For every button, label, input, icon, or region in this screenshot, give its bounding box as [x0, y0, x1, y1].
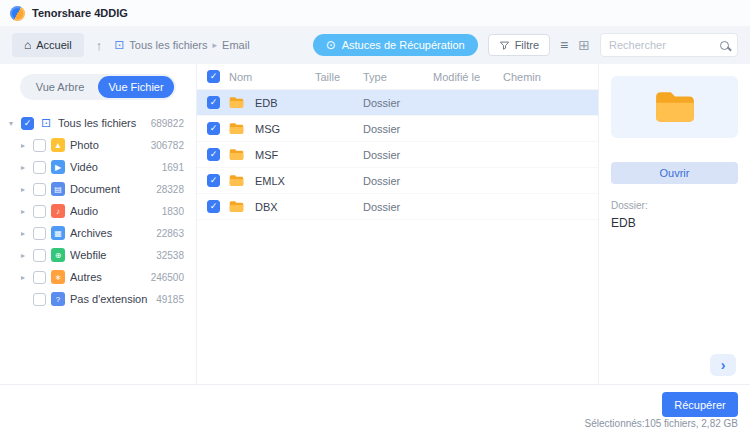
column-header-modified[interactable]: Modifié le [433, 71, 503, 83]
open-button[interactable]: Ouvrir [611, 162, 738, 184]
tab-tree-view[interactable]: Vue Arbre [22, 76, 98, 98]
search-icon[interactable] [720, 41, 729, 50]
search-input[interactable] [609, 39, 714, 51]
sidebar-item-webfile[interactable]: ▸ ⊕ Webfile 32538 [6, 244, 192, 266]
sidebar-item-archives[interactable]: ▸ ▦ Archives 22863 [6, 222, 192, 244]
toolbar: ⌂ Accueil ↑ ⊡ Tous les fichiers ▸ Email … [0, 26, 750, 64]
selection-summary: Sélectionnés:105 fichiers, 2,82 GB [585, 418, 738, 429]
sidebar-item-label: Autres [70, 271, 146, 283]
item-count: 246500 [151, 272, 192, 283]
row-checkbox[interactable] [207, 122, 220, 135]
folder-icon [229, 200, 255, 213]
document-checkbox[interactable] [33, 183, 46, 196]
item-count: 1691 [162, 162, 192, 173]
row-checkbox[interactable] [207, 174, 220, 187]
sidebar-item-photo[interactable]: ▸ ▲ Photo 306782 [6, 134, 192, 156]
sidebar-item-video[interactable]: ▸ ▶ Vidéo 1691 [6, 156, 192, 178]
sidebar-item-label: Pas d'extension [70, 293, 151, 305]
row-checkbox[interactable] [207, 200, 220, 213]
video-icon: ▶ [51, 160, 65, 174]
home-button[interactable]: ⌂ Accueil [12, 33, 84, 57]
preview-file-name: EDB [611, 216, 738, 230]
table-row[interactable]: MSF Dossier [197, 142, 598, 168]
sidebar-item-label: Webfile [70, 249, 151, 261]
archives-checkbox[interactable] [33, 227, 46, 240]
expand-icon[interactable]: ▸ [18, 141, 28, 150]
expand-icon[interactable]: ▸ [18, 163, 28, 172]
photo-icon: ▲ [51, 138, 65, 152]
filter-button[interactable]: Filtre [488, 34, 550, 56]
preview-panel: Ouvrir Dossier: EDB › [598, 64, 750, 384]
sidebar-item-label: Tous les fichiers [58, 117, 146, 129]
folder-icon [229, 96, 255, 109]
view-tabs: Vue Arbre Vue Fichier [20, 74, 176, 100]
file-name: DBX [255, 201, 315, 213]
expand-icon[interactable]: ▸ [18, 251, 28, 260]
expand-icon[interactable]: ▸ [18, 229, 28, 238]
up-arrow-button[interactable]: ↑ [94, 38, 105, 53]
sidebar-item-audio[interactable]: ▸ ♪ Audio 1830 [6, 200, 192, 222]
file-type: Dossier [363, 149, 433, 161]
file-type: Dossier [363, 123, 433, 135]
sidebar-item-all-files[interactable]: ▾ ⊡ Tous les fichiers 689822 [6, 112, 192, 134]
search-box[interactable] [600, 33, 738, 57]
file-name: EDB [255, 97, 315, 109]
home-icon: ⌂ [24, 38, 31, 52]
tips-icon: ⊙ [326, 39, 336, 51]
file-type: Dossier [363, 97, 433, 109]
document-icon: ▤ [51, 182, 65, 196]
breadcrumb-current[interactable]: Email [222, 39, 250, 51]
grid-view-icon[interactable]: ⊞ [578, 38, 590, 52]
item-count: 28328 [156, 184, 192, 195]
webfile-icon: ⊕ [51, 248, 65, 262]
autres-checkbox[interactable] [33, 271, 46, 284]
tips-label: Astuces de Récupération [342, 39, 465, 51]
audio-checkbox[interactable] [33, 205, 46, 218]
collapse-icon[interactable]: ▾ [6, 119, 16, 128]
table-row[interactable]: EDB Dossier [197, 90, 598, 116]
sidebar-item-document[interactable]: ▸ ▤ Document 28328 [6, 178, 192, 200]
item-count: 306782 [151, 140, 192, 151]
file-name: MSF [255, 149, 315, 161]
all-files-checkbox[interactable] [21, 117, 34, 130]
next-page-button[interactable]: › [710, 354, 736, 376]
filter-label: Filtre [515, 39, 539, 51]
archive-icon: ▦ [51, 226, 65, 240]
video-checkbox[interactable] [33, 161, 46, 174]
column-header-path[interactable]: Chemin [503, 71, 598, 83]
list-view-icon[interactable]: ≡ [560, 38, 568, 52]
item-count: 1830 [162, 206, 192, 217]
photo-checkbox[interactable] [33, 139, 46, 152]
column-header-size[interactable]: Taille [315, 71, 363, 83]
preview-kind-label: Dossier: [611, 200, 738, 211]
sidebar-item-autres[interactable]: ▸ ∗ Autres 246500 [6, 266, 192, 288]
column-header-name[interactable]: Nom [229, 71, 315, 83]
breadcrumb-root[interactable]: Tous les fichiers [129, 39, 207, 51]
select-all-checkbox[interactable] [207, 70, 220, 83]
recovery-tips-button[interactable]: ⊙ Astuces de Récupération [313, 34, 478, 56]
expand-icon[interactable]: ▸ [18, 185, 28, 194]
expand-icon[interactable]: ▸ [18, 273, 28, 282]
sidebar-item-pas-extension[interactable]: ? Pas d'extension 49185 [6, 288, 192, 310]
table-header: Nom Taille Type Modifié le Chemin [197, 64, 598, 90]
no-extension-checkbox[interactable] [33, 293, 46, 306]
tab-file-view[interactable]: Vue Fichier [98, 76, 174, 98]
recover-button[interactable]: Récupérer [662, 392, 738, 417]
item-count: 689822 [151, 118, 192, 129]
computer-icon: ⊡ [114, 38, 124, 52]
expand-icon[interactable]: ▸ [18, 207, 28, 216]
folder-icon-large [654, 90, 696, 124]
app-logo-icon [10, 6, 25, 21]
column-header-type[interactable]: Type [363, 71, 433, 83]
table-row[interactable]: MSG Dossier [197, 116, 598, 142]
sidebar-item-label: Document [70, 183, 151, 195]
item-count: 22863 [156, 228, 192, 239]
table-row[interactable]: DBX Dossier [197, 194, 598, 220]
table-row[interactable]: EMLX Dossier [197, 168, 598, 194]
row-checkbox[interactable] [207, 96, 220, 109]
others-icon: ∗ [51, 270, 65, 284]
item-count: 32538 [156, 250, 192, 261]
webfile-checkbox[interactable] [33, 249, 46, 262]
preview-thumbnail [611, 76, 738, 138]
row-checkbox[interactable] [207, 148, 220, 161]
